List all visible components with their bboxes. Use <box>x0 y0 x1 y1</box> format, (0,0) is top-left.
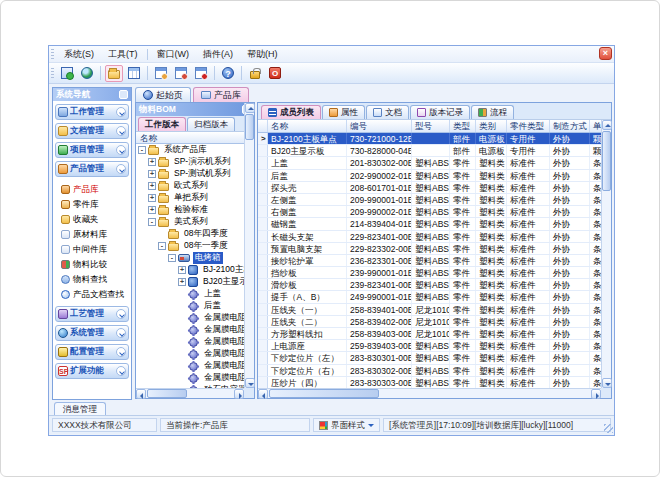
tree-node-16[interactable]: -金属膜电阻器 <box>136 336 244 348</box>
table-row[interactable]: 方形塑料线扣258-839403-00E尼龙1010零件塑料类标准件外协条 <box>258 328 601 340</box>
tree-node-9[interactable]: -电烤箱 <box>136 252 244 264</box>
table-row[interactable]: 右侧盖209-990002-01E塑料ABS零件塑料类标准件外协条 <box>258 206 601 218</box>
sidebar-section-0[interactable]: 工作管理 <box>55 104 129 120</box>
table-row[interactable]: 上盖201-830302-00E塑料ABS零件塑料类标准件外协条 <box>258 157 601 169</box>
column-header-5[interactable]: 零件类型 <box>507 120 550 132</box>
member-tab-2[interactable]: 文档 <box>366 105 409 119</box>
sidebar-section-3[interactable]: 产品管理 <box>55 161 129 177</box>
tree-vertical-scrollbar[interactable] <box>244 103 254 388</box>
table-vertical-scrollbar[interactable] <box>601 120 611 388</box>
table-row[interactable]: 接纱轮护罩236-823301-00E塑料ABS零件塑料类标准件外协条 <box>258 255 601 267</box>
sidebar-section-6[interactable]: 配置管理 <box>55 344 129 360</box>
tree-node-3[interactable]: +欧式系列 <box>136 180 244 192</box>
chevron-down-icon[interactable] <box>116 126 126 136</box>
collapse-icon[interactable]: - <box>138 146 146 154</box>
table-row[interactable]: BJ20主显示板730-828000-04E部件电源板专用件外协颗 <box>258 145 601 157</box>
tree-node-12[interactable]: -上盖 <box>136 288 244 300</box>
chevron-down-icon[interactable] <box>116 366 126 376</box>
chevron-down-icon[interactable] <box>116 309 126 319</box>
table-horizontal-scrollbar[interactable] <box>258 388 601 398</box>
expand-icon[interactable]: + <box>148 194 156 202</box>
tree-node-6[interactable]: -美式系列 <box>136 216 244 228</box>
table-row[interactable]: 下纱定位片（左）283-830301-00E塑料ABS零件塑料类标准件外协条 <box>258 352 601 364</box>
tree-node-1[interactable]: +SP-演示机系列 <box>136 156 244 168</box>
tree-node-7[interactable]: -08年四季度 <box>136 228 244 240</box>
table-row[interactable]: 压线夹（二）258-839402-00E尼龙1010零件塑料类标准件外协条 <box>258 316 601 328</box>
expand-icon[interactable]: + <box>148 206 156 214</box>
sidebar-item-4[interactable]: 中间件库 <box>61 242 129 257</box>
column-header-3[interactable]: 类型 <box>450 120 476 132</box>
column-header-6[interactable]: 制造方式 <box>550 120 590 132</box>
bom-tab-0[interactable]: 工作版本 <box>138 117 186 131</box>
grid-icon-button[interactable] <box>125 65 143 82</box>
sidebar-section-4[interactable]: 工艺管理 <box>55 306 129 322</box>
tree-node-0[interactable]: -系统产品库 <box>136 144 244 156</box>
table-row[interactable]: 长磁头支架229-823401-00E塑料ABS零件塑料类标准件外协条 <box>258 231 601 243</box>
window-delete-icon-button[interactable] <box>192 65 210 82</box>
sidebar-section-7[interactable]: SP扩展功能 <box>55 363 129 379</box>
tree-node-10[interactable]: +BJ-2100主板单点 <box>136 264 244 276</box>
table-row[interactable]: 上电源座259-839403-00E塑料ABS零件塑料类标准件外协条 <box>258 340 601 352</box>
table-row[interactable]: 挡纱板239-990001-01E塑料ABS零件塑料类标准件外协条 <box>258 267 601 279</box>
chevron-down-icon[interactable] <box>116 347 126 357</box>
member-tab-3[interactable]: 版本记录 <box>410 105 470 119</box>
bom-tab-1[interactable]: 归档版本 <box>187 117 235 131</box>
menu-grip-handle[interactable] <box>51 49 54 60</box>
expand-icon[interactable]: + <box>178 278 186 286</box>
sidebar-item-2[interactable]: 收藏夹 <box>61 212 129 227</box>
member-tab-0[interactable]: 成员列表 <box>261 105 321 119</box>
sidebar-item-3[interactable]: 原材料库 <box>61 227 129 242</box>
table-row[interactable]: 左侧盖209-990001-01E塑料ABS零件塑料类标准件外协条 <box>258 194 601 206</box>
expand-icon[interactable]: + <box>148 158 156 166</box>
column-header-4[interactable]: 类别 <box>476 120 507 132</box>
tree-column-header[interactable]: 名称 <box>136 132 254 144</box>
sidebar-section-1[interactable]: 文档管理 <box>55 123 129 139</box>
doc-tab-1[interactable]: 产品库 <box>193 87 249 102</box>
table-row[interactable]: 预置电脑支架229-823302-00E塑料ABS零件塑料类标准件外协条 <box>258 243 601 255</box>
table-row[interactable]: 提手（A、B）249-990001-01E塑料ABS零件塑料类标准件外协条 <box>258 291 601 303</box>
tree-node-13[interactable]: -后盖 <box>136 300 244 312</box>
column-header-7[interactable]: 单位 <box>590 120 601 132</box>
doc-tab-0[interactable]: 起始页 <box>135 87 191 102</box>
expand-icon[interactable]: + <box>148 182 156 190</box>
exit-icon-button[interactable]: O <box>266 65 284 82</box>
chevron-up-icon[interactable] <box>116 164 126 174</box>
sidebar-section-2[interactable]: 项目管理 <box>55 142 129 158</box>
collapse-icon[interactable]: - <box>148 218 156 226</box>
expand-icon[interactable]: + <box>178 266 186 274</box>
table-row[interactable]: 压纱片（四）283-830303-00E塑料ABS零件塑料类标准件外协条 <box>258 377 601 388</box>
column-header-1[interactable]: 编号 <box>347 120 412 132</box>
globe-icon-button[interactable] <box>78 65 96 82</box>
member-tab-1[interactable]: 属性 <box>322 105 365 119</box>
table-row[interactable]: >BJ-2100主板单点730-721000-12E部件电源板专用件外协颗 <box>258 133 601 145</box>
message-manager-tab[interactable]: 消息管理 <box>54 402 106 415</box>
table-row[interactable]: 后盖202-990002-01E塑料ABS零件塑料类标准件外协条 <box>258 170 601 182</box>
close-tab-button[interactable]: × <box>599 47 612 60</box>
window-edit-icon-button[interactable] <box>172 65 190 82</box>
tree-node-11[interactable]: +BJ20主显示板 <box>136 276 244 288</box>
menu-item-3[interactable]: 插件(A) <box>196 46 240 63</box>
column-header-2[interactable]: 型号 <box>412 120 450 132</box>
menu-item-1[interactable]: 工具(T) <box>101 46 145 63</box>
expand-icon[interactable]: + <box>148 170 156 178</box>
collapse-icon[interactable]: - <box>158 242 166 250</box>
menu-item-0[interactable]: 系统(S) <box>57 46 101 63</box>
column-header-0[interactable]: 名称 <box>268 120 347 132</box>
chevron-down-icon[interactable] <box>116 145 126 155</box>
folder-icon-button[interactable] <box>105 65 123 82</box>
toolbar-grip-handle[interactable] <box>51 68 54 79</box>
window-add-icon-button[interactable] <box>152 65 170 82</box>
tree-node-18[interactable]: -金属膜电阻器 <box>136 360 244 372</box>
tree-node-8[interactable]: -08年一季度 <box>136 240 244 252</box>
table-row[interactable]: 下纱定位片（右）283-830302-00E塑料ABS零件塑料类标准件外协条 <box>258 365 601 377</box>
sidebar-section-5[interactable]: 系统管理 <box>55 325 129 341</box>
tree-node-19[interactable]: -金属膜电阻器 <box>136 372 244 384</box>
tree-horizontal-scrollbar[interactable] <box>136 388 244 398</box>
ui-style-button[interactable]: 界面样式 <box>313 418 380 432</box>
table-row[interactable]: 探头壳208-601701-01E塑料ABS零件塑料类标准件外协条 <box>258 182 601 194</box>
tree-node-14[interactable]: -金属膜电阻器 <box>136 312 244 324</box>
sidebar-collapse-button[interactable] <box>119 90 128 99</box>
table-row[interactable]: 压线夹（一）258-839401-00E尼龙1010零件塑料类标准件外协条 <box>258 304 601 316</box>
table-row[interactable]: 滑纱板239-823401-00E塑料ABS零件塑料类标准件外协条 <box>258 279 601 291</box>
menu-item-4[interactable]: 帮助(H) <box>240 46 285 63</box>
